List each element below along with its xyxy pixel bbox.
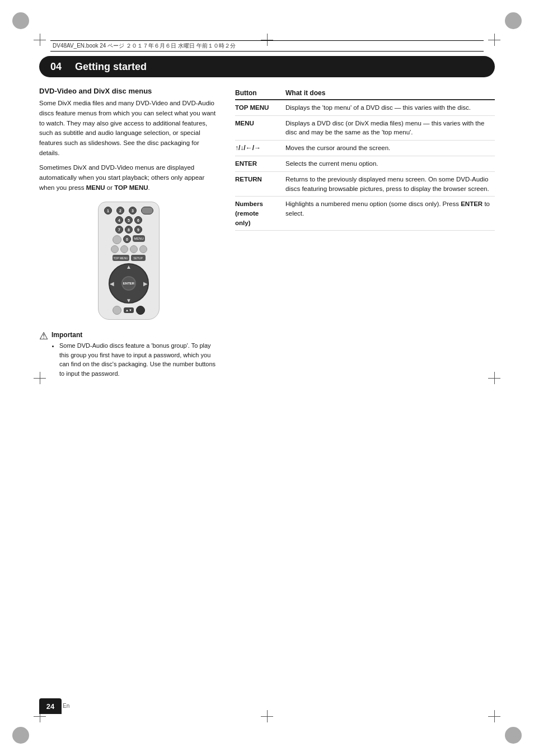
chapter-header: 04 Getting started	[39, 56, 495, 77]
right-column: Button What it does TOP MENU Displays th…	[235, 87, 495, 378]
remote-btn-setup: SETUP	[131, 255, 146, 261]
important-icon: ⚠	[39, 330, 48, 378]
remote-row-1: 1 2 3	[102, 207, 156, 214]
desc-numbers: Highlights a numbered menu option (some …	[285, 197, 495, 231]
desc-enter: Selects the current menu option.	[285, 156, 495, 172]
btn-enter: ENTER	[235, 156, 285, 172]
content-area: DVD-Video and DivX disc menus Some DivX …	[39, 87, 495, 378]
button-info-table: Button What it does TOP MENU Displays th…	[235, 87, 495, 231]
remote-circle-3	[120, 245, 128, 253]
section-title: DVD-Video and DivX disc menus	[39, 87, 218, 95]
remote-bottom-btn-1	[113, 306, 121, 315]
btn-return: RETURN	[235, 172, 285, 197]
table-row: MENU Displays a DVD disc (or DivX media …	[235, 115, 495, 140]
important-list: Some DVD-Audio discs feature a 'bonus gr…	[51, 341, 218, 378]
remote-bottom-btn-2: ▲▼	[124, 307, 134, 313]
desc-arrows: Moves the cursor around the screen.	[285, 141, 495, 156]
desc-menu: Displays a DVD disc (or DivX media files…	[285, 115, 495, 140]
important-box: ⚠ Important Some DVD-Audio discs feature…	[39, 331, 218, 378]
table-row: RETURN Returns to the previously display…	[235, 172, 495, 197]
btn-numbers: Numbers(remoteonly)	[235, 197, 285, 231]
desc-return: Returns to the previously displayed menu…	[285, 172, 495, 197]
col-description-header: What it does	[285, 87, 495, 100]
top-menu-keyword: TOP MENU	[114, 184, 148, 191]
table-row: Numbers(remoteonly) Highlights a numbere…	[235, 197, 495, 231]
left-column: DVD-Video and DivX disc menus Some DivX …	[39, 87, 218, 378]
crosshair-tr	[488, 34, 500, 46]
table-row: ↑/↓/←/→ Moves the cursor around the scre…	[235, 141, 495, 156]
btn-menu: MENU	[235, 115, 285, 140]
remote-dpad-outer: ▲ ▼ ◀ ▶ ENTER	[109, 263, 149, 304]
remote-circle-4	[130, 245, 138, 253]
remote-bottom-row: ▲▼	[102, 306, 156, 315]
remote-btn-7: 7	[115, 226, 123, 234]
remote-illustration: 1 2 3 4 5 6 7 8 9	[39, 202, 218, 320]
remote-btn-3: 3	[129, 207, 137, 214]
btn-arrows: ↑/↓/←/→	[235, 141, 285, 156]
corner-decoration-tr	[505, 12, 522, 29]
remote-btn-top-menu: TOP MENU	[113, 255, 129, 261]
remote-btn-menu: MENU	[133, 235, 145, 242]
body-paragraph-1: Some DivX media files and many DVD-Video…	[39, 99, 218, 158]
chapter-title: Getting started	[75, 61, 147, 73]
meta-text: DV48AV_EN.book 24 ページ ２０１７年６月６日 水曜日 午前１０…	[53, 42, 236, 50]
remote-row-5	[102, 245, 156, 253]
table-header: Button What it does	[235, 87, 495, 100]
remote-btn-4: 4	[115, 216, 123, 224]
remote-btn-8: 8	[125, 226, 133, 234]
remote-btn-1: 1	[104, 207, 112, 214]
btn-top-menu: TOP MENU	[235, 100, 285, 115]
remote-row-3: 7 8 9	[102, 226, 156, 234]
remote-btn-2: 2	[116, 207, 124, 214]
remote-circle-1	[113, 235, 121, 244]
table-header-row: Button What it does	[235, 87, 495, 100]
remote-bottom-btn-3	[136, 306, 145, 315]
chapter-number: 04	[50, 61, 67, 73]
col-button-header: Button	[235, 87, 285, 100]
remote-btn-0: 0	[123, 235, 131, 243]
remote-btn-extra1	[141, 207, 153, 214]
important-title: Important	[51, 331, 218, 339]
corner-decoration-bl	[12, 727, 29, 744]
remote-row-4: 0 MENU	[102, 235, 156, 244]
remote-dpad: ▲ ▼ ◀ ▶ ENTER	[109, 263, 149, 304]
important-content: Important Some DVD-Audio discs feature a…	[51, 331, 218, 378]
crosshair-bm	[261, 710, 273, 722]
menu-keyword: MENU	[86, 184, 105, 191]
remote-btn-6: 6	[134, 216, 142, 224]
desc-top-menu: Displays the 'top menu' of a DVD disc — …	[285, 100, 495, 115]
remote-enter-btn: ENTER	[121, 276, 136, 291]
remote-circle-5	[139, 245, 147, 253]
body-paragraph-2: Sometimes DivX and DVD-Video menus are d…	[39, 163, 218, 193]
important-list-item: Some DVD-Audio discs feature a 'bonus gr…	[59, 341, 218, 378]
page-lang: En	[63, 698, 69, 714]
remote-circle-2	[111, 245, 119, 253]
remote-row-2: 4 5 6	[102, 216, 156, 224]
corner-decoration-tl	[12, 12, 29, 29]
crosshair-br	[488, 710, 500, 722]
table-body: TOP MENU Displays the 'top menu' of a DV…	[235, 100, 495, 231]
remote-row-6: TOP MENU SETUP	[102, 255, 156, 261]
page-number: 24	[39, 698, 62, 714]
table-row: ENTER Selects the current menu option.	[235, 156, 495, 172]
remote-control: 1 2 3 4 5 6 7 8 9	[98, 202, 160, 320]
crosshair-tl	[34, 34, 46, 46]
corner-decoration-br	[505, 727, 522, 744]
remote-btn-9: 9	[134, 226, 142, 234]
meta-bar: DV48AV_EN.book 24 ページ ２０１７年６月６日 水曜日 午前１０…	[50, 40, 484, 52]
table-row: TOP MENU Displays the 'top menu' of a DV…	[235, 100, 495, 115]
remote-btn-5: 5	[125, 216, 133, 224]
